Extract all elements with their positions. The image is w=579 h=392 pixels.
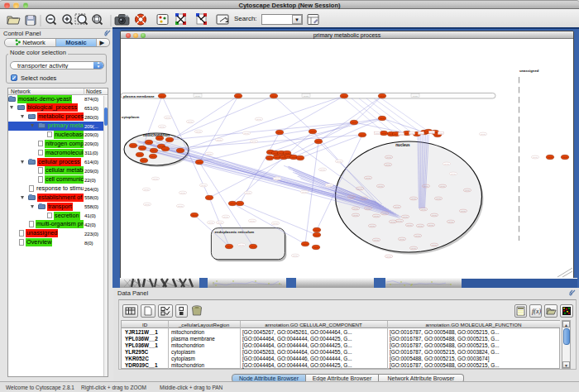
svg-text:xxx xx: xxx xx — [159, 146, 163, 147]
svg-text:(xx xx): (xx xx) — [432, 214, 437, 216]
svg-text:(xx xx): (xx xx) — [397, 220, 402, 222]
svg-text:xx xxx: xx xxx — [195, 95, 200, 97]
svg-text:xxx xx: xxx xx — [273, 152, 277, 154]
svg-text:xxx xx: xxx xx — [314, 229, 318, 231]
svg-text:xx xx: xx xx — [376, 132, 379, 134]
svg-text:xxx xx: xxx xx — [197, 161, 201, 163]
svg-text:xxx xx: xxx xx — [277, 131, 281, 133]
svg-text:plasma membrane: plasma membrane — [123, 94, 155, 98]
svg-text:(xx xx): (xx xx) — [385, 164, 390, 165]
svg-text:xxx xx: xxx xx — [151, 155, 155, 157]
svg-text:(xx xx): (xx xx) — [207, 153, 212, 155]
svg-text:nucleus: nucleus — [395, 143, 410, 147]
svg-text:f(x): f(x) — [532, 308, 541, 315]
svg-text:(xx xx): (xx xx) — [374, 239, 379, 241]
svg-text:xxx xx: xxx xx — [137, 154, 141, 155]
svg-text:xxx xx: xxx xx — [157, 137, 161, 139]
svg-text:(xx xx): (xx xx) — [349, 196, 354, 198]
svg-text:xxx xx: xxx xx — [342, 95, 346, 97]
svg-text:(xx xx): (xx xx) — [366, 208, 371, 209]
svg-text:xxx xx: xxx xx — [303, 243, 307, 245]
svg-text:(xx xx): (xx xx) — [357, 188, 362, 189]
svg-text:(xx xx): (xx xx) — [400, 238, 404, 240]
svg-text:xx xx: xx xx — [410, 132, 414, 134]
svg-text:xxx xx: xxx xx — [141, 160, 146, 161]
svg-text:(xx xx): (xx xx) — [411, 247, 416, 249]
svg-text:(xx xx): (xx xx) — [411, 198, 416, 199]
svg-text:(xx xx): (xx xx) — [444, 163, 449, 165]
svg-text:(xx xx): (xx xx) — [432, 244, 437, 246]
svg-text:(xx xx): (xx xx) — [244, 132, 249, 134]
svg-text:(xx xx): (xx xx) — [481, 133, 486, 135]
svg-text:xxx xx: xxx xx — [316, 141, 320, 142]
svg-text:xxx xx: xxx xx — [192, 214, 196, 216]
svg-text:(xx xx): (xx xx) — [327, 184, 332, 186]
svg-text:(xx xx): (xx xx) — [361, 198, 366, 199]
svg-text:xxx xx: xxx xx — [178, 150, 182, 151]
svg-text:(xx xx): (xx xx) — [436, 198, 441, 199]
svg-text:xxx xx: xxx xx — [146, 141, 151, 143]
svg-text:xxx xx: xxx xx — [314, 234, 318, 236]
svg-text:xxx xx: xxx xx — [237, 203, 242, 204]
svg-text:xxx xx: xxx xx — [140, 147, 144, 149]
svg-text:xxx xx: xxx xx — [310, 131, 314, 132]
svg-text:(xx xx): (xx xx) — [178, 205, 183, 207]
svg-text:(xx xx): (xx xx) — [395, 206, 400, 208]
svg-text:(xx xx): (xx xx) — [250, 220, 255, 222]
svg-text:xxx xx: xxx xx — [131, 145, 135, 146]
svg-text:xxx xx: xxx xx — [167, 139, 171, 141]
svg-text:xxx xx: xxx xx — [207, 197, 211, 198]
svg-text:(xx xx): (xx xx) — [418, 225, 423, 227]
svg-text:xxx xx: xxx xx — [163, 148, 167, 150]
svg-text:(xx xx): (xx xx) — [160, 126, 165, 127]
svg-text:xxx xx: xxx xx — [230, 203, 234, 204]
svg-text:(xx xx): (xx xx) — [246, 192, 251, 194]
svg-text:(xx xx): (xx xx) — [378, 185, 383, 187]
svg-text:(xx xx): (xx xx) — [239, 244, 244, 246]
svg-text:(xx xx): (xx xx) — [415, 235, 420, 237]
svg-text:(xx xx): (xx xx) — [196, 131, 201, 132]
svg-text:(xx xx): (xx xx) — [423, 185, 428, 187]
svg-text:(xx xx): (xx xx) — [390, 221, 395, 222]
svg-text:(xx xx): (xx xx) — [374, 215, 379, 217]
svg-text:(xx xx): (xx xx) — [533, 156, 538, 158]
svg-text:(xx xx): (xx xx) — [451, 173, 456, 174]
svg-text:xx xx: xx xx — [430, 131, 433, 133]
svg-text:(xx xx): (xx xx) — [180, 192, 185, 194]
svg-text:xxx xx: xxx xx — [562, 156, 567, 158]
svg-text:(xx xx): (xx xx) — [353, 214, 358, 216]
svg-text:xxx xx: xxx xx — [394, 133, 398, 135]
svg-text:(xx xx): (xx xx) — [421, 208, 426, 210]
svg-text:(xx xx): (xx xx) — [302, 191, 307, 193]
svg-text:(xx xx): (xx xx) — [145, 203, 150, 205]
svg-text:endoplasmic reticulum: endoplasmic reticulum — [214, 230, 254, 234]
svg-text:xxx xx: xxx xx — [236, 95, 240, 97]
svg-text:xx xx: xx xx — [439, 132, 443, 134]
svg-text:(xx xx): (xx xx) — [386, 156, 391, 158]
svg-text:(xx xx): (xx xx) — [407, 224, 412, 226]
svg-text:(xx xx): (xx xx) — [165, 117, 170, 118]
svg-text:(xx xx): (xx xx) — [218, 222, 223, 223]
svg-text:(xx xx): (xx xx) — [366, 177, 371, 179]
svg-text:(xx xx): (xx xx) — [275, 178, 280, 179]
svg-text:xx xxx: xx xxx — [413, 95, 418, 97]
svg-text:(xx xx): (xx xx) — [386, 256, 391, 257]
svg-text:xx xx: xx xx — [419, 132, 423, 134]
svg-text:xxx xx: xxx xx — [380, 117, 384, 119]
svg-text:xxx xx: xxx xx — [381, 132, 385, 134]
svg-text:(xx xx): (xx xx) — [428, 224, 433, 226]
svg-text:xxx xx: xxx xx — [279, 152, 283, 154]
svg-text:(xx xx): (xx xx) — [440, 185, 445, 187]
svg-text:(xx xx): (xx xx) — [153, 178, 158, 179]
svg-text:cytoplasm: cytoplasm — [122, 115, 139, 119]
svg-text:(xx xx): (xx xx) — [273, 222, 278, 224]
svg-text:(xx xx): (xx xx) — [353, 208, 358, 209]
svg-text:(xx xx): (xx xx) — [201, 184, 206, 186]
svg-text:xxx xx: xxx xx — [275, 156, 279, 158]
svg-text:xxx xx: xxx xx — [160, 95, 164, 97]
svg-text:(xx xx): (xx xx) — [448, 221, 453, 222]
svg-text:unassigned: unassigned — [519, 69, 539, 73]
svg-text:(xx xx): (xx xx) — [208, 222, 213, 223]
svg-text:(xx xx): (xx xx) — [382, 213, 387, 214]
svg-text:xxx xx: xxx xx — [548, 156, 552, 158]
